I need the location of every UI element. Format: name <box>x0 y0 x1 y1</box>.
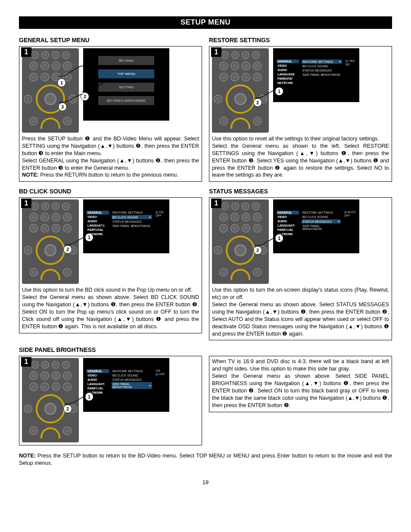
side-text: When TV is 16:9 and DVD disc is 4:3, the… <box>212 358 389 409</box>
step-badge: 1 <box>211 199 221 208</box>
tv-item: SETTING <box>98 83 154 92</box>
callout-3: 3 <box>58 103 67 111</box>
step-badge: 1 <box>21 199 31 208</box>
status-frame: 1 1 2 <box>209 197 392 340</box>
section-title-bdclick: BD CLICK SOUND <box>19 188 202 195</box>
step-badge: 1 <box>211 47 221 57</box>
section-title-status: STATUS MESSAGES <box>209 188 392 195</box>
remote-illustration: 1 1 2 <box>212 199 269 284</box>
callout-1: 1 <box>57 78 66 87</box>
restore-frame: 1 1 2 <box>209 46 392 182</box>
status-text: Use this option to turn the on-screen di… <box>212 286 389 337</box>
bdclick-text: Use this option to turn the BD click sou… <box>22 286 199 330</box>
tv-item: BD-VIDEO DATA ERASE <box>98 96 154 105</box>
remote-illustration: 1 1 2 <box>212 48 269 133</box>
tv-item: BD-Video <box>98 56 154 65</box>
step-badge: 1 <box>21 357 31 367</box>
section-title-side: SIDE PANEL BRIGHTNESS <box>19 346 392 353</box>
restore-text: Use this option to reset all the setting… <box>212 135 389 179</box>
section-title-restore: RESTORE SETTINGS <box>209 37 392 44</box>
remote-illustration: 1 1 2 <box>22 199 79 284</box>
remote-illustration: 1 1 <box>22 48 79 133</box>
page-title-bar: SETUP MENU <box>19 16 392 29</box>
general-text: Press the SETUP button ❶ and the BD-Vide… <box>22 135 199 179</box>
footnote: NOTE: Press the SETUP button to return t… <box>19 452 392 467</box>
page-number: 19 <box>19 479 392 485</box>
step-badge: 1 <box>21 47 31 57</box>
section-title-general: GENERAL SETUP MENU <box>19 37 202 44</box>
general-frame: 1 1 <box>19 46 202 182</box>
remote-illustration: 1 1 2 <box>22 358 79 442</box>
tv-item: TOP MENU <box>98 69 154 78</box>
side-frame-right: When TV is 16:9 and DVD disc is 4:3, the… <box>209 356 392 412</box>
bdclick-frame: 1 1 2 <box>19 197 202 333</box>
side-frame-left: 1 1 2 <box>19 356 202 445</box>
tv-restore-menu: GENERAL VIDEO AUDIO LANGUAGE PARENTAL NE… <box>273 48 359 102</box>
callout-2: 2 <box>253 98 262 107</box>
